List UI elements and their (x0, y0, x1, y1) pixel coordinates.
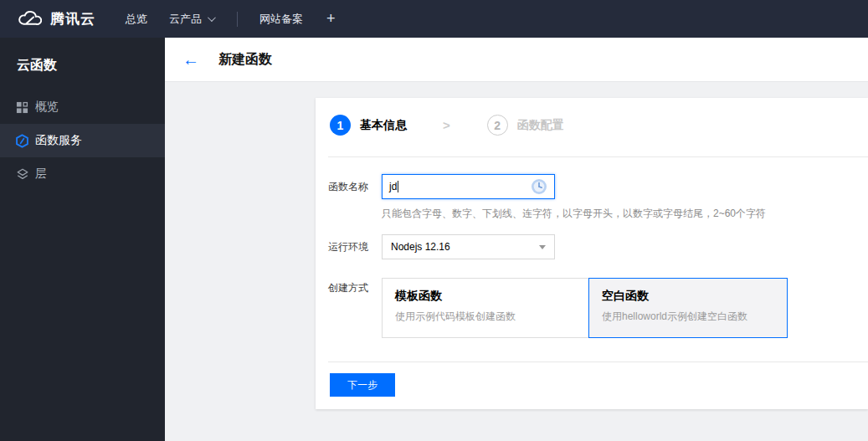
nav-overview-label: 总览 (126, 12, 147, 27)
step-2-label: 函数配置 (517, 118, 564, 133)
page-title: 新建函数 (218, 51, 272, 69)
grid-icon (15, 100, 29, 115)
nav-icp-filing[interactable]: 网站备案 (259, 12, 303, 27)
clock-icon[interactable] (531, 178, 547, 195)
sidebar-item-label: 函数服务 (35, 133, 82, 148)
sidebar-item-label: 概览 (35, 100, 59, 115)
step-chevron-icon: > (443, 118, 450, 132)
nav-cloud-products-label: 云产品 (169, 12, 202, 27)
function-name-field: jd (382, 174, 766, 221)
runtime-select[interactable]: Nodejs 12.16 (382, 234, 555, 259)
wizard-steps: 1 基本信息 > 2 函数配置 (316, 98, 868, 156)
method-card-title: 空白函数 (602, 289, 774, 304)
brand-logo[interactable]: 腾讯云 (17, 9, 95, 28)
add-tab-button[interactable]: + (326, 10, 336, 28)
sidebar-item-label: 层 (35, 167, 47, 182)
function-icon (15, 134, 29, 148)
topbar: 腾讯云 总览 云产品 网站备案 + (0, 0, 868, 38)
nav-overview[interactable]: 总览 (126, 12, 147, 27)
function-name-value: jd (389, 181, 397, 192)
text-cursor (398, 181, 398, 192)
topbar-divider (237, 12, 238, 27)
nav-cloud-products[interactable]: 云产品 (169, 12, 213, 27)
method-card-desc: 使用示例代码模板创建函数 (395, 310, 576, 324)
app-root: 腾讯云 总览 云产品 网站备案 + 云函数 (0, 0, 868, 441)
runtime-value: Nodejs 12.16 (391, 241, 450, 253)
method-card-desc: 使用helloworld示例创建空白函数 (602, 310, 774, 324)
function-name-label: 函数名称 (328, 174, 382, 199)
method-card-template-function[interactable]: 模板函数 使用示例代码模板创建函数 (382, 278, 589, 338)
next-step-button[interactable]: 下一步 (330, 373, 395, 397)
step-2-circle: 2 (487, 115, 508, 136)
step-1-circle: 1 (330, 115, 351, 136)
content-area: 1 基本信息 > 2 函数配置 函数名称 jd (165, 82, 868, 441)
method-card-blank-function[interactable]: 空白函数 使用helloworld示例创建空白函数 (588, 278, 788, 338)
sidebar-item-overview[interactable]: 概览 (0, 90, 165, 124)
back-button[interactable]: ← (182, 51, 199, 68)
method-cards: 模板函数 使用示例代码模板创建函数 空白函数 使用helloworld示例创建空… (382, 278, 788, 338)
chevron-down-icon (208, 13, 216, 22)
nav-icp-filing-label: 网站备案 (259, 12, 303, 27)
sidebar-title: 云函数 (0, 38, 165, 74)
function-name-row: 函数名称 jd (328, 174, 855, 221)
main-area: ← 新建函数 1 基本信息 > 2 函数配置 (165, 38, 868, 441)
function-name-input[interactable]: jd (382, 174, 555, 199)
sidebar-item-layers[interactable]: 层 (0, 157, 165, 191)
dropdown-caret-icon (539, 245, 546, 249)
layers-icon (15, 167, 29, 182)
method-card-title: 模板函数 (395, 289, 576, 304)
basic-info-form: 函数名称 jd (316, 157, 868, 362)
runtime-row: 运行环境 Nodejs 12.16 (328, 234, 855, 259)
create-function-card: 1 基本信息 > 2 函数配置 函数名称 jd (316, 98, 868, 409)
function-name-help: 只能包含字母、数字、下划线、连字符，以字母开头，以数字或字母结尾，2~60个字符 (382, 207, 766, 221)
page-header: ← 新建函数 (165, 38, 868, 82)
runtime-label: 运行环境 (328, 234, 382, 259)
topbar-nav: 总览 云产品 网站备案 + (126, 10, 336, 28)
card-footer: 下一步 (316, 362, 868, 409)
sidebar: 云函数 概览 (0, 38, 165, 441)
sidebar-item-function-service[interactable]: 函数服务 (0, 124, 165, 157)
tencent-cloud-logo-icon (17, 10, 42, 28)
brand-name: 腾讯云 (50, 9, 95, 28)
creation-method-row: 创建方式 模板函数 使用示例代码模板创建函数 空白函数 使用helloworld… (328, 278, 855, 338)
creation-method-label: 创建方式 (328, 281, 382, 295)
step-1-label: 基本信息 (360, 118, 407, 133)
